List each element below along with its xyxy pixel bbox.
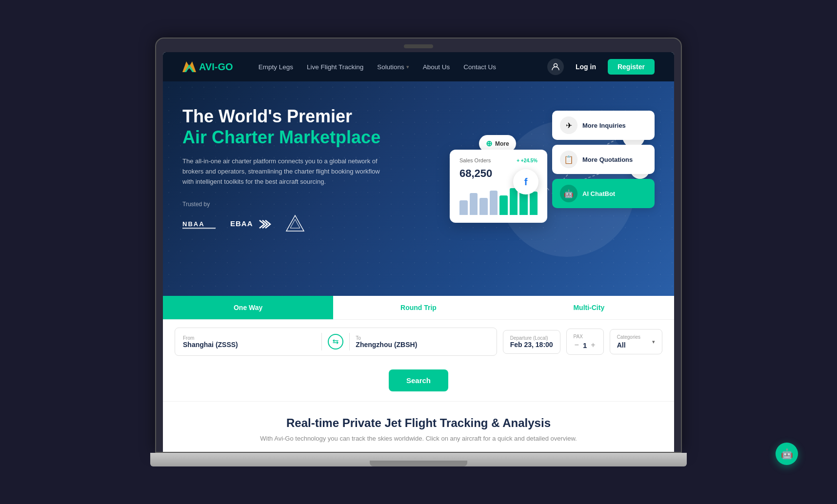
airplane-icon: ✈ xyxy=(560,116,578,134)
departure-value: Feb 23, 18:00 xyxy=(510,341,553,349)
nav-empty-legs[interactable]: Empty Legs xyxy=(259,63,293,71)
pax-decrease-button[interactable]: − xyxy=(574,341,580,349)
hero-left: The World's Premier Air Charter Marketpl… xyxy=(182,106,418,267)
more-inquiries-label: More Inquiries xyxy=(582,122,626,129)
ebaa-logo: EBAA xyxy=(230,216,272,230)
sales-badge: + +24.5% xyxy=(517,158,538,163)
categories-label: Categories xyxy=(617,334,640,340)
tab-multi-city[interactable]: Multi-City xyxy=(504,296,674,319)
trusted-logos: NBAA EBAA xyxy=(182,214,418,232)
divider xyxy=(321,333,322,350)
hero-graphics: ⊕ More Sales Orders + +24.5% 68,250 xyxy=(435,111,655,267)
pax-label: PAX xyxy=(574,334,597,339)
bottom-description: With Avi-Go technology you can track the… xyxy=(182,435,655,442)
to-value[interactable]: Zhengzhou (ZBSH) xyxy=(356,341,488,349)
hero-title-1: The World's Premier xyxy=(182,106,418,127)
from-group: From Shanghai (ZSSS) xyxy=(183,335,316,349)
nbaa-svg: NBAA xyxy=(182,217,217,229)
navbar: AVI-GO Empty Legs Live Flight Tracking S… xyxy=(163,52,674,81)
chevron-down-icon: ▾ xyxy=(406,64,409,70)
chart-bar xyxy=(530,192,538,215)
search-button[interactable]: Search xyxy=(389,369,448,391)
departure-field[interactable]: Departure (Local) Feb 23, 18:00 xyxy=(503,330,560,354)
search-tabs: One Way Round Trip Multi-City xyxy=(163,296,674,319)
chatbot-icon: 🤖 xyxy=(560,185,578,202)
laptop-foot xyxy=(370,461,467,466)
trusted-by-section: Trusted by NBAA xyxy=(182,201,418,232)
nav-solutions[interactable]: Solutions ▾ xyxy=(377,63,409,71)
to-label: To xyxy=(356,335,488,341)
swap-icon xyxy=(332,338,339,345)
asiaa-logo xyxy=(285,214,305,232)
user-icon xyxy=(552,63,559,71)
categories-value: All xyxy=(617,341,640,349)
ai-chatbot-card[interactable]: 🤖 AI ChatBot xyxy=(552,179,655,208)
categories-chevron-icon: ▾ xyxy=(652,339,655,345)
more-label: More xyxy=(495,140,509,147)
quotations-icon: 📋 xyxy=(560,151,578,168)
svg-text:NBAA: NBAA xyxy=(182,220,205,228)
chart-bar xyxy=(459,200,468,215)
nav-live-flight[interactable]: Live Flight Tracking xyxy=(307,63,363,71)
from-label: From xyxy=(183,335,316,341)
more-inquiries-card[interactable]: ✈ More Inquiries xyxy=(552,111,655,140)
bottom-title: Real-time Private Jet Flight Tracking & … xyxy=(182,416,655,430)
pax-increase-button[interactable]: + xyxy=(590,341,596,349)
nbaa-logo: NBAA xyxy=(182,217,217,229)
categories-field[interactable]: Categories All ▾ xyxy=(610,329,662,354)
hero-right: ⊕ More Sales Orders + +24.5% 68,250 xyxy=(418,106,655,267)
bottom-section: Real-time Private Jet Flight Tracking & … xyxy=(163,401,674,452)
chart-bar xyxy=(510,188,518,215)
user-icon-btn[interactable] xyxy=(547,58,564,75)
nav-about[interactable]: About Us xyxy=(423,63,450,71)
nav-contact[interactable]: Contact Us xyxy=(463,63,496,71)
nav-links: Empty Legs Live Flight Tracking Solution… xyxy=(259,63,532,71)
more-quotations-card[interactable]: 📋 More Quotations xyxy=(552,145,655,174)
ai-chatbot-label: AI ChatBot xyxy=(582,190,615,197)
hero-section: The World's Premier Air Charter Marketpl… xyxy=(163,81,674,296)
laptop-screen: AVI-GO Empty Legs Live Flight Tracking S… xyxy=(163,52,674,452)
search-row: Search xyxy=(163,364,674,401)
nav-actions: Log in Register xyxy=(547,58,655,75)
more-quotations-label: More Quotations xyxy=(582,156,633,163)
search-form: From Shanghai (ZSSS) To xyxy=(163,319,674,364)
facebook-icon[interactable]: f xyxy=(513,169,538,194)
svg-marker-7 xyxy=(286,215,304,231)
pax-field: PAX − 1 + xyxy=(566,329,604,355)
sales-header: Sales Orders + +24.5% xyxy=(459,157,538,163)
to-group: To Zhengzhou (ZBSH) xyxy=(356,335,488,349)
laptop-notch xyxy=(404,44,433,48)
sales-title: Sales Orders xyxy=(459,157,491,163)
ebaa-svg: EBAA xyxy=(230,216,272,230)
search-section: One Way Round Trip Multi-City From Shang… xyxy=(163,296,674,401)
logo[interactable]: AVI-GO xyxy=(182,61,233,73)
hero-title-2: Air Charter Marketplace xyxy=(182,127,418,148)
laptop-outer: AVI-GO Empty Legs Live Flight Tracking S… xyxy=(155,38,682,453)
divider2 xyxy=(349,333,350,350)
chart-bar xyxy=(479,198,488,215)
tab-round-trip[interactable]: Round Trip xyxy=(333,296,503,319)
from-value[interactable]: Shanghai (ZSSS) xyxy=(183,341,316,349)
svg-text:EBAA: EBAA xyxy=(230,219,253,228)
chart-bar xyxy=(499,195,508,215)
login-button[interactable]: Log in xyxy=(570,60,602,74)
website: AVI-GO Empty Legs Live Flight Tracking S… xyxy=(163,52,674,452)
trusted-label: Trusted by xyxy=(182,201,418,208)
laptop-base xyxy=(150,453,687,466)
asiaa-svg xyxy=(285,214,305,232)
more-plus-icon: ⊕ xyxy=(486,139,492,148)
hero-description: The all-in-one air charter platform conn… xyxy=(182,156,387,187)
from-to-container: From Shanghai (ZSSS) To xyxy=(175,328,497,356)
tab-one-way[interactable]: One Way xyxy=(163,296,333,319)
departure-label: Departure (Local) xyxy=(510,335,553,341)
swap-button[interactable] xyxy=(328,334,343,349)
chart-bar xyxy=(490,191,498,215)
pax-value: 1 xyxy=(583,341,587,349)
logo-text: AVI-GO xyxy=(199,61,233,73)
chart-bar xyxy=(470,193,478,215)
svg-marker-8 xyxy=(290,219,300,228)
register-button[interactable]: Register xyxy=(608,59,655,75)
action-cards: ✈ More Inquiries 📋 More Quotations 🤖 AI xyxy=(552,111,655,208)
logo-icon xyxy=(182,61,196,72)
